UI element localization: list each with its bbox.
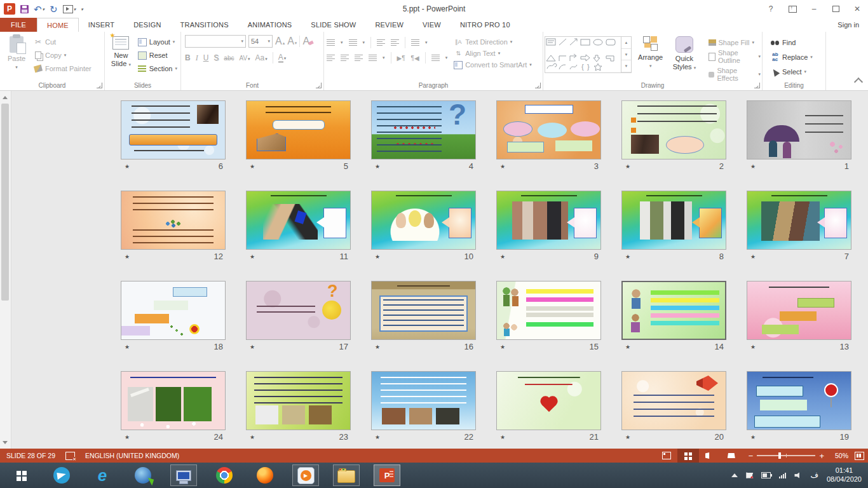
paste-dropdown-icon[interactable]: ▾ <box>15 65 18 70</box>
justify-icon[interactable] <box>369 55 377 62</box>
change-case-dropdown-icon[interactable]: ▾ <box>265 57 268 62</box>
rtl-text-direction-icon[interactable]: ¶◀ <box>411 55 419 62</box>
arrange-dropdown-icon[interactable]: ▾ <box>649 64 652 69</box>
animation-indicator-star-icon[interactable]: ★ <box>246 434 255 440</box>
slide-thumbnail-23[interactable] <box>246 371 351 430</box>
gallery-expand-icon[interactable]: ▼ <box>621 60 631 72</box>
zoom-slider[interactable] <box>757 455 815 456</box>
select-button[interactable]: Select▾ <box>769 67 824 77</box>
line-spacing-icon[interactable] <box>411 39 419 46</box>
decrease-font-size-button[interactable]: A▾ <box>287 36 297 47</box>
zoom-out-button[interactable]: − <box>749 452 754 460</box>
zoom-slider-handle[interactable] <box>778 452 781 459</box>
reset-button[interactable]: Reset <box>136 50 179 60</box>
taskbar-internet-explorer-button[interactable]: e <box>89 464 116 486</box>
animation-indicator-star-icon[interactable]: ★ <box>496 434 505 440</box>
copy-button[interactable]: Copy▾ <box>32 50 93 60</box>
slide-thumbnail-4[interactable] <box>371 100 476 159</box>
slide-thumbnail-9[interactable] <box>496 191 601 250</box>
shape-outline-button[interactable]: Shape Outline▾ <box>709 49 761 64</box>
format-painter-button[interactable]: Format Painter <box>32 64 93 74</box>
slide-thumbnail-3[interactable] <box>496 100 601 159</box>
smartart-dropdown-icon[interactable]: ▾ <box>529 62 532 67</box>
undo-button[interactable]: ↶▾ <box>34 4 44 14</box>
tab-file[interactable]: FILE <box>0 18 37 32</box>
align-text-button[interactable]: ⇅Align Text▾ <box>454 49 532 58</box>
taskbar-idm-button[interactable] <box>130 464 156 486</box>
close-button[interactable]: ✕ <box>846 0 868 18</box>
change-case-button[interactable]: Aa▾ <box>255 53 268 62</box>
sign-in-link[interactable]: Sign in <box>837 18 868 32</box>
quick-styles-button[interactable]: QuickStyles ▾ <box>669 34 699 78</box>
animation-indicator-star-icon[interactable]: ★ <box>747 163 756 170</box>
shape-effects-dropdown-icon[interactable]: ▾ <box>758 72 761 77</box>
scroll-down-icon[interactable] <box>0 437 10 447</box>
taskbar-chrome-button[interactable] <box>211 464 238 486</box>
taskbar-computer-button[interactable] <box>170 464 197 486</box>
slide-thumbnail-17[interactable] <box>246 281 351 340</box>
taskbar-media-player-button[interactable]: ▶ <box>292 464 319 486</box>
slide-show-button[interactable] <box>721 449 742 463</box>
numbering-icon[interactable] <box>349 39 357 46</box>
slide-thumbnail-8[interactable] <box>621 191 726 250</box>
animation-indicator-star-icon[interactable]: ★ <box>747 434 756 440</box>
align-text-dropdown-icon[interactable]: ▾ <box>498 51 501 56</box>
slide-thumbnail-10[interactable] <box>371 191 476 250</box>
section-dropdown-icon[interactable]: ▾ <box>175 66 177 71</box>
tab-insert[interactable]: INSERT <box>79 18 124 32</box>
slide-thumbnail-13[interactable] <box>747 281 851 340</box>
vertical-scrollbar[interactable] <box>0 91 11 449</box>
gallery-down-icon[interactable]: ▼ <box>621 49 631 61</box>
clear-formatting-button[interactable]: A <box>302 36 313 47</box>
slide-thumbnail-7[interactable] <box>747 191 851 250</box>
slide-thumbnail-22[interactable] <box>371 371 476 430</box>
start-button[interactable] <box>8 464 34 486</box>
slide-thumbnail-6[interactable] <box>121 100 226 159</box>
taskbar-file-explorer-button[interactable] <box>333 464 360 486</box>
zoom-percentage[interactable]: 50% <box>829 452 848 459</box>
slide-thumbnail-1[interactable] <box>747 100 851 159</box>
taskbar-telegram-button[interactable] <box>48 464 75 486</box>
slideshow-dropdown-icon[interactable]: ▾ <box>74 7 76 11</box>
fit-to-window-button[interactable] <box>855 452 864 460</box>
slide-thumbnail-5[interactable] <box>246 100 351 159</box>
normal-view-button[interactable] <box>656 449 677 463</box>
animation-indicator-star-icon[interactable]: ★ <box>496 344 505 350</box>
help-button[interactable]: ? <box>760 0 782 18</box>
animation-indicator-star-icon[interactable]: ★ <box>621 434 630 440</box>
gallery-up-icon[interactable]: ▲ <box>621 37 631 49</box>
increase-indent-icon[interactable] <box>391 39 399 46</box>
columns-icon[interactable] <box>431 55 440 62</box>
zoom-in-button[interactable]: + <box>819 452 824 460</box>
animation-indicator-star-icon[interactable]: ★ <box>747 344 756 350</box>
copy-dropdown-icon[interactable]: ▾ <box>64 53 67 58</box>
align-center-icon[interactable] <box>341 55 349 62</box>
undo-dropdown-icon[interactable]: ▾ <box>43 7 45 11</box>
ltr-text-direction-icon[interactable]: ▶¶ <box>397 55 405 62</box>
layout-button[interactable]: Layout▾ <box>136 37 179 47</box>
tab-nitro-pro[interactable]: NITRO PRO 10 <box>451 18 520 32</box>
slide-thumbnail-19[interactable] <box>747 371 851 430</box>
slide-thumbnail-21[interactable] <box>496 371 601 430</box>
align-left-icon[interactable] <box>327 55 335 62</box>
animation-indicator-star-icon[interactable]: ★ <box>246 163 255 170</box>
animation-indicator-star-icon[interactable]: ★ <box>621 163 630 170</box>
start-from-beginning-button[interactable]: ▾ <box>63 5 76 13</box>
volume-icon[interactable] <box>794 472 802 479</box>
line-spacing-dropdown-icon[interactable]: ▾ <box>425 40 428 45</box>
show-hidden-icons-chevron[interactable] <box>731 473 738 477</box>
shape-effects-button[interactable]: Shape Effects▾ <box>709 67 761 82</box>
animation-indicator-star-icon[interactable]: ★ <box>371 163 380 170</box>
tab-review[interactable]: REVIEW <box>365 18 413 32</box>
bullets-icon[interactable] <box>327 39 335 46</box>
font-color-button[interactable]: A▾ <box>278 53 287 63</box>
language-indicator[interactable]: ENGLISH (UNITED KINGDOM) <box>85 452 179 459</box>
animation-indicator-star-icon[interactable]: ★ <box>747 254 756 260</box>
replace-button[interactable]: abacReplace▾ <box>769 52 824 62</box>
slide-thumbnail-15[interactable] <box>496 281 601 340</box>
drawing-dialog-launcher[interactable] <box>754 83 760 88</box>
layout-dropdown-icon[interactable]: ▾ <box>173 39 175 44</box>
animation-indicator-star-icon[interactable]: ★ <box>621 344 630 350</box>
reading-view-button[interactable] <box>699 449 721 463</box>
new-slide-button[interactable]: NewSlide ▾ <box>106 34 136 78</box>
